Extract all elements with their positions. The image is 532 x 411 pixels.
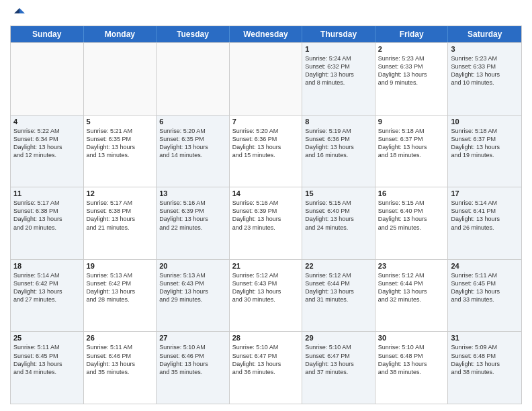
day-info: Sunrise: 5:09 AMSunset: 6:48 PMDaylight:… bbox=[451, 343, 519, 376]
svg-marker-1 bbox=[14, 8, 19, 13]
header-day-monday: Monday bbox=[84, 26, 157, 42]
day-info: Sunrise: 5:13 AMSunset: 6:42 PMDaylight:… bbox=[87, 271, 154, 304]
header-day-wednesday: Wednesday bbox=[230, 26, 303, 42]
day-info: Sunrise: 5:22 AMSunset: 6:34 PMDaylight:… bbox=[13, 127, 81, 160]
day-info: Sunrise: 5:23 AMSunset: 6:33 PMDaylight:… bbox=[378, 54, 445, 87]
header-day-sunday: Sunday bbox=[11, 26, 84, 42]
day-number: 20 bbox=[159, 262, 226, 270]
empty-cell bbox=[230, 43, 303, 115]
day-info: Sunrise: 5:21 AMSunset: 6:35 PMDaylight:… bbox=[87, 127, 154, 160]
day-number: 23 bbox=[378, 262, 445, 270]
day-cell-11: 11Sunrise: 5:17 AMSunset: 6:38 PMDayligh… bbox=[11, 187, 84, 259]
calendar-body: 1Sunrise: 5:24 AMSunset: 6:32 PMDaylight… bbox=[11, 42, 521, 404]
day-info: Sunrise: 5:10 AMSunset: 6:47 PMDaylight:… bbox=[305, 343, 372, 376]
logo bbox=[10, 7, 26, 20]
day-number: 5 bbox=[87, 118, 154, 126]
day-info: Sunrise: 5:12 AMSunset: 6:44 PMDaylight:… bbox=[378, 271, 445, 304]
day-info: Sunrise: 5:15 AMSunset: 6:40 PMDaylight:… bbox=[378, 199, 445, 232]
day-info: Sunrise: 5:20 AMSunset: 6:35 PMDaylight:… bbox=[159, 127, 226, 160]
day-cell-1: 1Sunrise: 5:24 AMSunset: 6:32 PMDaylight… bbox=[302, 43, 375, 115]
day-cell-31: 31Sunrise: 5:09 AMSunset: 6:48 PMDayligh… bbox=[448, 332, 521, 404]
day-cell-18: 18Sunrise: 5:14 AMSunset: 6:42 PMDayligh… bbox=[11, 260, 84, 332]
day-info: Sunrise: 5:24 AMSunset: 6:32 PMDaylight:… bbox=[305, 54, 372, 87]
day-cell-20: 20Sunrise: 5:13 AMSunset: 6:43 PMDayligh… bbox=[157, 260, 230, 332]
day-cell-21: 21Sunrise: 5:12 AMSunset: 6:43 PMDayligh… bbox=[230, 260, 303, 332]
day-info: Sunrise: 5:10 AMSunset: 6:46 PMDaylight:… bbox=[159, 343, 226, 376]
day-cell-3: 3Sunrise: 5:23 AMSunset: 6:33 PMDaylight… bbox=[448, 43, 521, 115]
day-info: Sunrise: 5:12 AMSunset: 6:43 PMDaylight:… bbox=[232, 271, 300, 304]
day-cell-8: 8Sunrise: 5:19 AMSunset: 6:36 PMDaylight… bbox=[302, 116, 375, 187]
day-number: 18 bbox=[13, 262, 81, 270]
day-cell-27: 27Sunrise: 5:10 AMSunset: 6:46 PMDayligh… bbox=[157, 332, 230, 404]
day-cell-19: 19Sunrise: 5:13 AMSunset: 6:42 PMDayligh… bbox=[84, 260, 157, 332]
day-info: Sunrise: 5:17 AMSunset: 6:38 PMDaylight:… bbox=[13, 199, 81, 232]
day-info: Sunrise: 5:12 AMSunset: 6:44 PMDaylight:… bbox=[305, 271, 372, 304]
day-info: Sunrise: 5:19 AMSunset: 6:36 PMDaylight:… bbox=[305, 127, 372, 160]
day-number: 25 bbox=[13, 334, 81, 342]
day-info: Sunrise: 5:20 AMSunset: 6:36 PMDaylight:… bbox=[232, 127, 300, 160]
day-cell-9: 9Sunrise: 5:18 AMSunset: 6:37 PMDaylight… bbox=[375, 116, 449, 187]
day-info: Sunrise: 5:10 AMSunset: 6:47 PMDaylight:… bbox=[232, 343, 300, 376]
day-cell-23: 23Sunrise: 5:12 AMSunset: 6:44 PMDayligh… bbox=[375, 260, 449, 332]
day-cell-12: 12Sunrise: 5:17 AMSunset: 6:38 PMDayligh… bbox=[84, 187, 157, 259]
day-info: Sunrise: 5:16 AMSunset: 6:39 PMDaylight:… bbox=[159, 199, 226, 232]
day-info: Sunrise: 5:11 AMSunset: 6:45 PMDaylight:… bbox=[13, 343, 81, 376]
empty-cell bbox=[157, 43, 230, 115]
day-number: 13 bbox=[159, 189, 226, 197]
day-cell-28: 28Sunrise: 5:10 AMSunset: 6:47 PMDayligh… bbox=[230, 332, 303, 404]
day-number: 26 bbox=[87, 334, 154, 342]
day-cell-17: 17Sunrise: 5:14 AMSunset: 6:41 PMDayligh… bbox=[448, 187, 521, 259]
header-day-thursday: Thursday bbox=[302, 26, 375, 42]
day-number: 28 bbox=[232, 334, 300, 342]
day-cell-22: 22Sunrise: 5:12 AMSunset: 6:44 PMDayligh… bbox=[302, 260, 375, 332]
day-info: Sunrise: 5:15 AMSunset: 6:40 PMDaylight:… bbox=[305, 199, 372, 232]
day-number: 2 bbox=[378, 45, 445, 53]
day-number: 3 bbox=[451, 45, 519, 53]
calendar-row-1: 1Sunrise: 5:24 AMSunset: 6:32 PMDaylight… bbox=[11, 42, 521, 115]
calendar-header: SundayMondayTuesdayWednesdayThursdayFrid… bbox=[11, 26, 521, 42]
day-number: 9 bbox=[378, 118, 445, 126]
day-info: Sunrise: 5:11 AMSunset: 6:46 PMDaylight:… bbox=[87, 343, 154, 376]
day-info: Sunrise: 5:18 AMSunset: 6:37 PMDaylight:… bbox=[451, 127, 519, 160]
day-number: 10 bbox=[451, 118, 519, 126]
day-cell-25: 25Sunrise: 5:11 AMSunset: 6:45 PMDayligh… bbox=[11, 332, 84, 404]
day-number: 30 bbox=[378, 334, 445, 342]
day-number: 22 bbox=[305, 262, 372, 270]
day-cell-24: 24Sunrise: 5:11 AMSunset: 6:45 PMDayligh… bbox=[448, 260, 521, 332]
header-day-friday: Friday bbox=[375, 26, 449, 42]
day-info: Sunrise: 5:18 AMSunset: 6:37 PMDaylight:… bbox=[378, 127, 445, 160]
day-cell-29: 29Sunrise: 5:10 AMSunset: 6:47 PMDayligh… bbox=[302, 332, 375, 404]
day-number: 16 bbox=[378, 189, 445, 197]
day-number: 31 bbox=[451, 334, 519, 342]
day-info: Sunrise: 5:16 AMSunset: 6:39 PMDaylight:… bbox=[232, 199, 300, 232]
calendar: SundayMondayTuesdayWednesdayThursdayFrid… bbox=[10, 26, 522, 404]
day-info: Sunrise: 5:14 AMSunset: 6:42 PMDaylight:… bbox=[13, 271, 81, 304]
page-header bbox=[10, 7, 522, 20]
day-number: 24 bbox=[451, 262, 519, 270]
day-number: 11 bbox=[13, 189, 81, 197]
day-number: 21 bbox=[232, 262, 300, 270]
day-info: Sunrise: 5:11 AMSunset: 6:45 PMDaylight:… bbox=[451, 271, 519, 304]
day-number: 6 bbox=[159, 118, 226, 126]
day-cell-15: 15Sunrise: 5:15 AMSunset: 6:40 PMDayligh… bbox=[302, 187, 375, 259]
day-cell-2: 2Sunrise: 5:23 AMSunset: 6:33 PMDaylight… bbox=[375, 43, 449, 115]
day-cell-7: 7Sunrise: 5:20 AMSunset: 6:36 PMDaylight… bbox=[230, 116, 303, 187]
day-number: 17 bbox=[451, 189, 519, 197]
day-cell-5: 5Sunrise: 5:21 AMSunset: 6:35 PMDaylight… bbox=[84, 116, 157, 187]
day-cell-16: 16Sunrise: 5:15 AMSunset: 6:40 PMDayligh… bbox=[375, 187, 449, 259]
day-info: Sunrise: 5:23 AMSunset: 6:33 PMDaylight:… bbox=[451, 54, 519, 87]
day-number: 7 bbox=[232, 118, 300, 126]
header-day-tuesday: Tuesday bbox=[157, 26, 230, 42]
logo-flag-icon bbox=[13, 7, 26, 20]
day-cell-10: 10Sunrise: 5:18 AMSunset: 6:37 PMDayligh… bbox=[448, 116, 521, 187]
day-cell-13: 13Sunrise: 5:16 AMSunset: 6:39 PMDayligh… bbox=[157, 187, 230, 259]
calendar-row-3: 11Sunrise: 5:17 AMSunset: 6:38 PMDayligh… bbox=[11, 187, 521, 259]
day-number: 14 bbox=[232, 189, 300, 197]
empty-cell bbox=[11, 43, 84, 115]
svg-marker-0 bbox=[19, 8, 25, 13]
day-number: 15 bbox=[305, 189, 372, 197]
day-cell-14: 14Sunrise: 5:16 AMSunset: 6:39 PMDayligh… bbox=[230, 187, 303, 259]
header-day-saturday: Saturday bbox=[448, 26, 521, 42]
day-info: Sunrise: 5:17 AMSunset: 6:38 PMDaylight:… bbox=[87, 199, 154, 232]
day-number: 4 bbox=[13, 118, 81, 126]
